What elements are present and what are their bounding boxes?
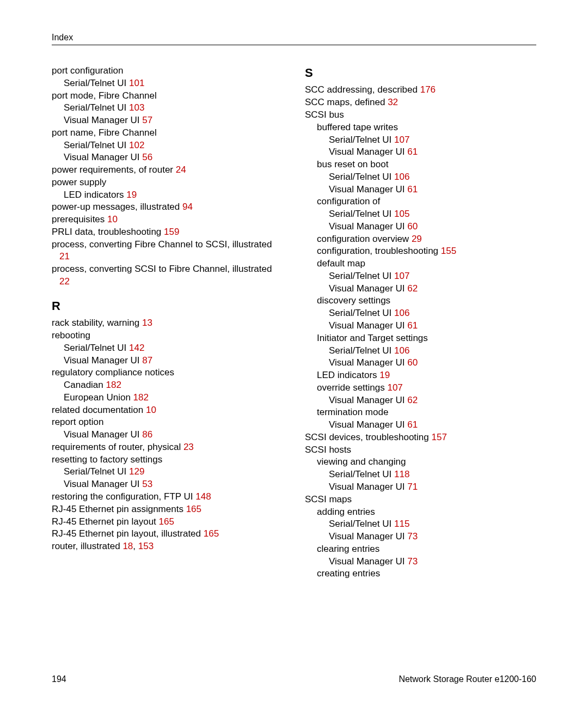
- index-sub1: adding entries: [305, 506, 536, 519]
- index-sub1: configuration overview 29: [305, 233, 536, 246]
- index-text: power requirements, of router: [52, 165, 176, 175]
- page-ref[interactable]: 61: [407, 184, 418, 194]
- index-sub1: Serial/Telnet UI 142: [52, 342, 283, 355]
- index-text: buffered tape writes: [317, 122, 398, 132]
- page-ref[interactable]: 94: [182, 202, 193, 212]
- page-ref[interactable]: 165: [159, 516, 174, 527]
- index-text: SCC addressing, described: [305, 84, 420, 95]
- index-sub2: Visual Manager UI 62: [305, 394, 536, 407]
- page-ref[interactable]: 18: [122, 541, 133, 551]
- index-text: adding entries: [317, 507, 375, 517]
- page-ref[interactable]: 118: [394, 469, 409, 479]
- index-sub1: LED indicators 19: [305, 369, 536, 382]
- index-sub2: Serial/Telnet UI 106: [305, 307, 536, 320]
- page-ref[interactable]: 19: [126, 190, 137, 200]
- page-ref[interactable]: 142: [129, 343, 144, 353]
- index-sub2: Serial/Telnet UI 106: [305, 171, 536, 184]
- page-ref[interactable]: 56: [142, 152, 152, 162]
- page-ref[interactable]: 106: [394, 172, 409, 182]
- page-ref[interactable]: 129: [129, 466, 144, 477]
- index-text: prerequisites: [52, 214, 107, 224]
- index-text: Visual Manager UI: [64, 355, 142, 366]
- page-ref[interactable]: 73: [407, 556, 418, 567]
- page-ref[interactable]: 107: [387, 382, 402, 393]
- page-ref[interactable]: 61: [407, 147, 418, 157]
- page-ref[interactable]: 148: [195, 491, 211, 502]
- page-ref[interactable]: 71: [407, 482, 418, 492]
- index-sub2: Serial/Telnet UI 115: [305, 518, 536, 531]
- footer: 194 Network Storage Router e1200-160: [52, 674, 536, 684]
- index-entry: PRLI data, troubleshooting 159: [52, 226, 283, 239]
- index-text: Serial/Telnet UI: [329, 135, 394, 145]
- index-sub2: Serial/Telnet UI 106: [305, 345, 536, 357]
- page-ref[interactable]: 165: [204, 528, 219, 539]
- page-ref[interactable]: 153: [138, 541, 154, 551]
- page-ref[interactable]: 60: [407, 357, 418, 368]
- page-ref[interactable]: 29: [412, 234, 422, 244]
- page-ref[interactable]: 157: [431, 432, 446, 442]
- index-text: Serial/Telnet UI: [329, 519, 394, 529]
- index-entry: rebooting: [52, 330, 283, 342]
- index-text: Visual Manager UI: [329, 283, 407, 294]
- page-ref[interactable]: 60: [407, 221, 418, 232]
- page-ref[interactable]: 102: [129, 140, 144, 150]
- page-ref[interactable]: 10: [146, 405, 156, 415]
- page-ref[interactable]: 107: [394, 271, 409, 281]
- index-sub1: viewing and changing: [305, 456, 536, 468]
- page-ref[interactable]: 106: [394, 308, 409, 318]
- index-text: Visual Manager UI: [64, 115, 142, 125]
- index-sub2: Visual Manager UI 71: [305, 481, 536, 494]
- index-text: Visual Manager UI: [329, 419, 407, 430]
- page-ref[interactable]: 103: [129, 102, 144, 113]
- page-ref[interactable]: 165: [186, 504, 201, 514]
- index-text: Visual Manager UI: [329, 221, 407, 232]
- page-ref[interactable]: 61: [407, 320, 418, 331]
- index-text: clearing entries: [317, 544, 379, 554]
- page-ref[interactable]: 155: [441, 246, 456, 256]
- page-ref[interactable]: 182: [106, 380, 121, 390]
- index-sub2: Visual Manager UI 62: [305, 283, 536, 295]
- page-ref[interactable]: 62: [407, 395, 418, 405]
- index-text: Visual Manager UI: [329, 395, 407, 405]
- left-column: port configurationSerial/Telnet UI 101po…: [52, 65, 283, 580]
- page-ref[interactable]: 73: [407, 531, 418, 541]
- index-entry: requirements of router, physical 23: [52, 441, 283, 454]
- page-ref[interactable]: 23: [183, 442, 194, 452]
- index-sub2: Visual Manager UI 61: [305, 320, 536, 332]
- page-ref[interactable]: 115: [394, 519, 409, 529]
- index-entry: SCC addressing, described 176: [305, 84, 536, 96]
- index-text: configuration of: [317, 196, 380, 206]
- index-sub2: Visual Manager UI 73: [305, 531, 536, 543]
- page-ref[interactable]: 106: [394, 345, 409, 356]
- page-ref[interactable]: 32: [388, 97, 398, 107]
- index-sub2: Visual Manager UI 61: [305, 184, 536, 196]
- page-ref[interactable]: 21: [59, 251, 70, 261]
- index-text: restoring the configuration, FTP UI: [52, 491, 195, 502]
- page-ref[interactable]: 176: [420, 84, 436, 95]
- page-ref[interactable]: 10: [107, 214, 118, 224]
- page-ref[interactable]: 24: [176, 165, 186, 175]
- page-ref[interactable]: 86: [142, 429, 152, 440]
- page-ref[interactable]: 107: [394, 135, 409, 145]
- page-ref[interactable]: 22: [59, 276, 70, 287]
- index-sub1: Visual Manager UI 86: [52, 429, 283, 441]
- index-text: Visual Manager UI: [329, 556, 407, 567]
- page-ref[interactable]: 87: [142, 355, 152, 366]
- page-ref[interactable]: 105: [394, 209, 409, 219]
- page-ref[interactable]: 159: [164, 227, 179, 237]
- page-ref[interactable]: 13: [142, 318, 152, 328]
- page-ref[interactable]: 19: [379, 370, 390, 380]
- index-text: power supply: [52, 177, 106, 187]
- index-entry: power-up messages, illustrated 94: [52, 201, 283, 214]
- page-ref[interactable]: 101: [129, 78, 144, 88]
- page-ref[interactable]: 53: [142, 479, 152, 489]
- index-text: LED indicators: [64, 190, 126, 200]
- index-entry: SCSI devices, troubleshooting 157: [305, 431, 536, 444]
- index-entry: regulatory compliance notices: [52, 367, 283, 379]
- section-letter: R: [52, 298, 283, 314]
- page-ref[interactable]: 62: [407, 283, 418, 294]
- page-ref[interactable]: 57: [142, 115, 152, 125]
- index-text: port name, Fibre Channel: [52, 127, 157, 138]
- page-ref[interactable]: 61: [407, 419, 418, 430]
- page-ref[interactable]: 182: [133, 392, 149, 403]
